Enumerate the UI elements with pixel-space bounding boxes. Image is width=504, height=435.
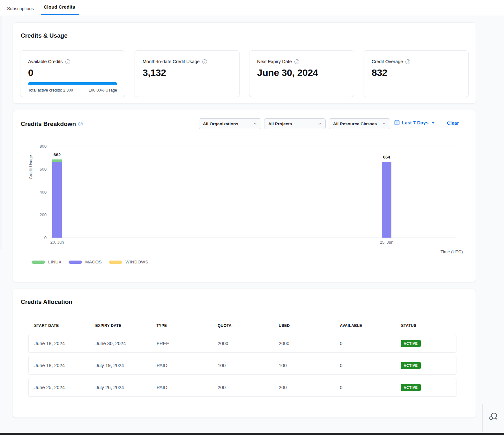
support-chat-button[interactable] xyxy=(488,411,498,422)
chevron-down-icon xyxy=(253,122,257,126)
next-expiry-label-text: Next Expiry Date xyxy=(257,59,292,64)
bar-segment-linux[interactable] xyxy=(52,159,62,162)
cell-start-date: June 18, 2024 xyxy=(29,341,90,346)
col-start-date: START DATE xyxy=(28,323,90,328)
gridline xyxy=(50,238,456,238)
caret-down-icon xyxy=(432,122,435,124)
projects-dropdown[interactable]: All Projects xyxy=(264,118,326,129)
table-row[interactable]: June 18, 2024 July 19, 2024 PAID 100 100… xyxy=(28,356,456,375)
cell-expiry-date: July 26, 2024 xyxy=(90,385,151,390)
macos-swatch-icon xyxy=(69,261,82,264)
bar-total-label: 682 xyxy=(48,152,67,157)
table-row[interactable]: June 18, 2024 June 30, 2024 FREE 2000 20… xyxy=(28,334,456,353)
cell-used: 100 xyxy=(273,363,334,368)
tab-bar: Subscriptions Cloud Credits xyxy=(0,0,504,15)
mtd-usage-card: Month-to-date Credit Usage 3,132 xyxy=(135,50,240,97)
cell-start-date: June 25, 2024 xyxy=(29,385,90,390)
next-expiry-value: June 30, 2024 xyxy=(257,67,346,78)
usage-percent: 100.00% Usage xyxy=(89,88,117,92)
info-icon[interactable] xyxy=(202,59,207,64)
col-available: AVAILABLE xyxy=(334,323,396,328)
status-badge: ACTIVE xyxy=(401,340,421,347)
resource-classes-dropdown[interactable]: All Resource Classes xyxy=(329,118,390,129)
chart-y-axis-label: Credit Usage xyxy=(28,145,33,189)
credits-allocation-section: Credits Allocation START DATE EXPIRY DAT… xyxy=(13,289,476,418)
credit-overage-label: Credit Overage xyxy=(372,59,461,64)
y-tick-label: 0 xyxy=(44,235,47,240)
active-tab-indicator xyxy=(41,14,79,15)
linux-swatch-icon xyxy=(32,261,45,264)
cell-expiry-date: July 19, 2024 xyxy=(90,363,151,368)
col-used: USED xyxy=(273,323,334,328)
legend-item-windows[interactable]: WINDOWS xyxy=(109,260,148,264)
date-range-picker[interactable]: Last 7 Days xyxy=(394,120,435,125)
credits-allocation-title: Credits Allocation xyxy=(21,299,72,306)
credits-progress-bar xyxy=(28,82,117,85)
resource-classes-dropdown-value: All Resource Classes xyxy=(333,122,377,126)
gridline xyxy=(50,215,456,215)
y-tick-label: 200 xyxy=(40,212,47,217)
cell-type: PAID xyxy=(151,385,212,390)
organizations-dropdown[interactable]: All Organizations xyxy=(199,118,261,129)
available-credits-label-text: Available Credits xyxy=(28,59,63,64)
clear-filters-button[interactable]: Clear xyxy=(447,120,459,126)
cell-expiry-date: June 30, 2024 xyxy=(90,341,151,346)
cell-available: 0 xyxy=(334,363,395,368)
cell-available: 0 xyxy=(334,385,395,390)
table-row[interactable]: June 25, 2024 July 26, 2024 PAID 200 200… xyxy=(28,378,456,397)
mtd-usage-label-text: Month-to-date Credit Usage xyxy=(143,59,200,64)
cell-quota: 100 xyxy=(212,363,273,368)
cell-used: 200 xyxy=(273,385,334,390)
bottom-window-edge xyxy=(0,433,504,435)
available-credits-value: 0 xyxy=(28,67,117,78)
info-icon[interactable] xyxy=(294,59,299,64)
next-expiry-label: Next Expiry Date xyxy=(257,59,346,64)
legend-label-windows: WINDOWS xyxy=(125,260,148,264)
cell-quota: 2000 xyxy=(212,341,273,346)
tab-subscriptions[interactable]: Subscriptions xyxy=(7,6,34,11)
chevron-down-icon xyxy=(382,122,386,126)
col-status: STATUS xyxy=(395,323,456,328)
bar-segment-macos[interactable] xyxy=(382,162,391,238)
legend-item-macos[interactable]: MACOS xyxy=(69,260,102,264)
chevron-down-icon xyxy=(318,122,322,126)
left-gutter xyxy=(0,16,2,249)
gridline xyxy=(50,169,456,169)
credits-allocation-table: START DATE EXPIRY DATE TYPE QUOTA USED A… xyxy=(28,322,456,329)
tab-cloud-credits[interactable]: Cloud Credits xyxy=(44,4,75,10)
windows-swatch-icon xyxy=(109,261,122,264)
cell-quota: 200 xyxy=(212,385,273,390)
table-header-row: START DATE EXPIRY DATE TYPE QUOTA USED A… xyxy=(28,322,456,329)
credit-overage-card: Credit Overage 832 xyxy=(364,50,469,97)
y-tick-label: 600 xyxy=(40,166,47,171)
available-credits-footer: Total active credits: 2,300 100.00% Usag… xyxy=(28,88,117,92)
info-icon[interactable] xyxy=(65,59,70,64)
info-icon[interactable] xyxy=(405,59,410,64)
cell-used: 2000 xyxy=(273,341,334,346)
cell-available: 0 xyxy=(334,341,395,346)
bar-segment-macos[interactable] xyxy=(52,162,62,238)
x-tick-label: 25. Jun xyxy=(380,240,394,245)
bar-segment-linux[interactable] xyxy=(382,162,391,162)
total-active-credits: Total active credits: 2,300 xyxy=(28,88,73,92)
date-range-value: Last 7 Days xyxy=(402,120,428,125)
cell-type: PAID xyxy=(151,363,212,368)
info-icon[interactable] xyxy=(78,122,83,126)
stat-card-row: Available Credits 0 Total active credits… xyxy=(20,50,469,97)
gridline xyxy=(50,192,456,192)
x-tick-mark xyxy=(387,238,387,240)
right-divider xyxy=(482,404,483,433)
chart-x-axis-label: Time (UTC) xyxy=(441,249,463,254)
legend-label-macos: MACOS xyxy=(85,260,102,264)
chart-legend: LINUX MACOS WINDOWS xyxy=(32,260,148,264)
projects-dropdown-value: All Projects xyxy=(268,122,292,126)
chart-plot: 020040060080068220. Jun66425. Jun xyxy=(50,146,456,238)
next-expiry-card: Next Expiry Date June 30, 2024 xyxy=(249,50,354,97)
credits-allocation-title-text: Credits Allocation xyxy=(21,299,72,306)
y-tick-label: 400 xyxy=(40,189,47,194)
legend-label-linux: LINUX xyxy=(48,260,62,264)
credits-usage-section: Credits & Usage Available Credits 0 Tota… xyxy=(13,22,476,104)
legend-item-linux[interactable]: LINUX xyxy=(32,260,62,264)
x-tick-label: 20. Jun xyxy=(50,240,64,245)
credit-overage-label-text: Credit Overage xyxy=(372,59,403,64)
